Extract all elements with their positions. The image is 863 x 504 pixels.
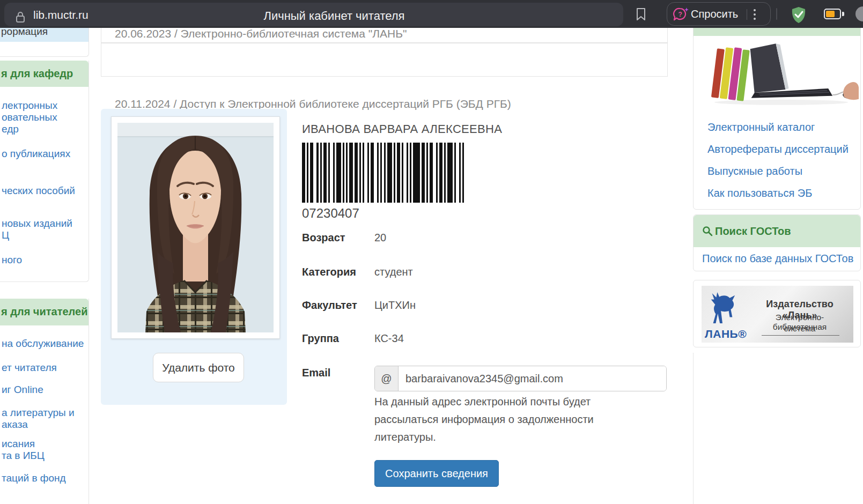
address-bar[interactable]: lib.muctr.ru Личный кабинет читателя xyxy=(4,3,623,26)
faculty-label: Факультет xyxy=(302,299,357,312)
email-label: Email xyxy=(302,367,330,379)
sidebar-link-edu-resources[interactable]: лектронных овательных едр xyxy=(2,100,57,135)
gost-panel-title: Поиск ГОСТов xyxy=(715,215,791,247)
page-title: Личный кабинет читателя xyxy=(184,9,484,23)
gost-panel: Поиск ГОСТов Поиск по базе данных ГОСТов xyxy=(693,214,861,271)
ask-button-label: Спросить xyxy=(691,3,738,25)
books-laptop-image xyxy=(701,40,859,108)
sidebar-readers-panel: я для читателей на обслуживание ет читат… xyxy=(0,299,89,504)
sidebar-link-new-editions[interactable]: новых изданий Ц xyxy=(2,218,72,241)
group-value: КС-34 xyxy=(374,332,404,345)
reader-name: ИВАНОВА ВАРВАРА АЛЕКСЕЕВНА xyxy=(302,122,502,136)
ask-chat-icon: ? xyxy=(673,7,689,22)
barcode-number: 07230407 xyxy=(302,206,359,221)
photo-panel: Удалить фото xyxy=(101,109,287,405)
link-graduation-works[interactable]: Выпускные работы xyxy=(707,165,802,177)
sidebar-readers-header-label: я для читателей xyxy=(1,306,87,318)
age-label: Возраст xyxy=(302,232,345,244)
gost-panel-header: Поиск ГОСТов xyxy=(694,215,860,247)
browser-topbar: lib.muctr.ru Личный кабинет читателя ? С… xyxy=(0,0,863,28)
ask-button[interactable]: ? Спросить xyxy=(667,2,771,26)
link-gost-database-search[interactable]: Поиск по базе данных ГОСТов xyxy=(702,253,853,265)
lock-icon[interactable] xyxy=(15,11,26,24)
sidebar-link-service[interactable]: на обслуживание xyxy=(2,338,84,350)
faculty-value: ЦиТХИн xyxy=(374,299,416,312)
category-label: Категория xyxy=(302,266,356,278)
right-column-divider xyxy=(693,353,694,504)
email-at-prefix: @ xyxy=(375,366,399,391)
photo-frame xyxy=(111,116,280,339)
sidebar-link-line: а литературы и xyxy=(2,407,75,419)
save-button[interactable]: Сохранить сведения xyxy=(374,460,499,487)
delete-photo-button[interactable]: Удалить фото xyxy=(153,353,244,382)
sidebar-readers-header: я для читателей xyxy=(0,299,88,325)
reader-photo xyxy=(117,123,274,332)
email-note-line: На данный адрес электронной почты будет xyxy=(374,396,591,408)
sidebar-depts-header-label: я для кафедр xyxy=(1,68,73,80)
barcode xyxy=(302,143,464,203)
battery-fill xyxy=(826,11,835,17)
link-how-to-use-eb[interactable]: Как пользоваться ЭБ xyxy=(707,187,812,199)
lan-logo-text: ЛАНЬ® xyxy=(705,328,743,340)
svg-text:?: ? xyxy=(678,11,682,18)
toolbar-separator xyxy=(776,8,777,20)
sidebar-link-line: та в ИБЦ xyxy=(2,450,45,462)
age-value: 20 xyxy=(374,232,386,244)
extension-icon-partial[interactable] xyxy=(855,6,863,21)
sidebar-link-line: лектронных xyxy=(2,100,57,112)
sidebar-link-line: аказа xyxy=(2,419,75,431)
sidebar-link-publications[interactable]: о публикациях xyxy=(2,148,70,160)
battery-icon xyxy=(824,9,841,19)
email-input[interactable] xyxy=(399,366,666,391)
sidebar-link-other-dept[interactable]: ного xyxy=(2,254,22,266)
group-label: Группа xyxy=(302,332,339,345)
sidebar-link-dissertations-fund[interactable]: таций в фонд xyxy=(2,472,66,484)
email-note-line: литературы. xyxy=(374,431,436,443)
sidebar-link-line: исания xyxy=(2,438,45,450)
kebab-menu-icon[interactable] xyxy=(753,8,756,21)
link-dissertation-abstracts[interactable]: Авторефераты диссертаций xyxy=(707,143,849,155)
email-input-group: @ xyxy=(374,366,667,391)
sidebar-link-reader-card[interactable]: ет читателя xyxy=(2,362,57,374)
bookmark-icon[interactable] xyxy=(636,8,646,21)
battery-nub xyxy=(842,12,844,16)
sidebar-link-ibc-schedule[interactable]: исания та в ИБЦ xyxy=(2,438,45,462)
sidebar-link-line: едр xyxy=(2,123,57,135)
category-value: студент xyxy=(374,266,413,278)
history-row-lan-text: 20.06.2023 / Электронно-библиотечная сис… xyxy=(115,27,407,40)
ask-pill-divider xyxy=(747,9,747,20)
link-electronic-catalog[interactable]: Электронный каталог xyxy=(707,121,815,134)
lan-underline xyxy=(762,335,839,336)
sidebar-depts-panel: я для кафедр лектронных овательных едр о… xyxy=(0,61,89,282)
lan-panel: ЛАНЬ® Издательство «Лань» Электронно-биб… xyxy=(693,280,861,347)
screen: рормация я для кафедр лектронных ователь… xyxy=(0,0,863,504)
sidebar-link-books-online[interactable]: иг Online xyxy=(2,384,43,396)
sidebar-link-method-manuals[interactable]: ческих пособий xyxy=(2,185,75,197)
lan-deer-icon xyxy=(707,289,738,327)
url-text[interactable]: lib.muctr.ru xyxy=(33,9,88,21)
sidebar-depts-header: я для кафедр xyxy=(0,61,88,87)
lan-banner[interactable]: ЛАНЬ® Издательство «Лань» Электронно-биб… xyxy=(702,286,853,343)
lan-subtitle-2: система xyxy=(750,324,850,333)
email-note-line: рассылаться информация о задолженности xyxy=(374,413,594,426)
sidebar-link-line: овательных xyxy=(2,112,57,123)
search-icon xyxy=(702,226,713,236)
adblock-shield-icon[interactable] xyxy=(789,5,808,25)
history-row-rgb: 20.11.2024 / Доступ к Электронной библио… xyxy=(101,43,668,77)
sidebar-link-line: новых изданий xyxy=(2,218,72,229)
catalog-panel: Электронный каталог Авторефераты диссерт… xyxy=(693,23,861,210)
sidebar-link-literature-order[interactable]: а литературы и аказа xyxy=(2,407,75,431)
sidebar-link-line: Ц xyxy=(2,229,72,241)
